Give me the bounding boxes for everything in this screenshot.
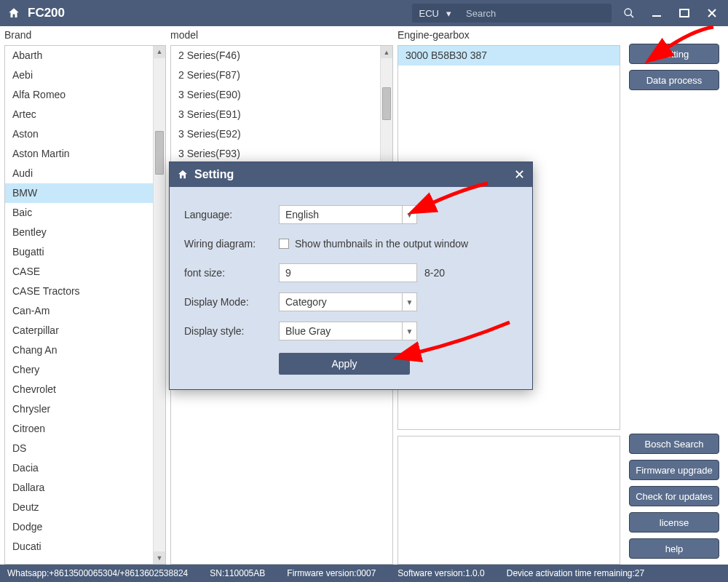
chevron-down-icon: ▾ bbox=[446, 8, 451, 19]
list-item[interactable]: Artec bbox=[5, 105, 165, 124]
apply-button[interactable]: Apply bbox=[279, 353, 410, 375]
status-firmware: Firmware version:0007 bbox=[287, 568, 376, 578]
scroll-up-icon[interactable]: ▲ bbox=[154, 46, 166, 58]
list-item[interactable]: Bentley bbox=[5, 223, 165, 242]
display-mode-label: Display Mode: bbox=[184, 296, 279, 308]
search-category-select[interactable]: ECU ▾ bbox=[412, 4, 459, 23]
language-value: English bbox=[285, 209, 319, 220]
minimize-icon[interactable] bbox=[646, 3, 667, 23]
display-mode-select[interactable]: Category ▼ bbox=[279, 292, 417, 311]
check-for-updates-button[interactable]: Check for updates bbox=[629, 486, 719, 506]
wiring-checkbox[interactable] bbox=[279, 239, 289, 249]
search-bar: ECU ▾ bbox=[412, 4, 612, 23]
bosch-search-button[interactable]: Bosch Search bbox=[629, 434, 719, 454]
list-item[interactable]: Aston Martin bbox=[5, 144, 165, 164]
list-item[interactable]: 3 Series(E92) bbox=[171, 124, 392, 144]
svg-rect-2 bbox=[652, 15, 661, 17]
home-icon bbox=[177, 169, 189, 180]
list-item[interactable]: Can-Am bbox=[5, 301, 165, 321]
list-item[interactable]: Alfa Romeo bbox=[5, 85, 165, 105]
model-detail-box bbox=[170, 367, 393, 565]
dialog-title-bar: Setting ✕ bbox=[170, 162, 532, 187]
brand-listbox[interactable]: AbarthAebiAlfa RomeoArtecAstonAston Mart… bbox=[4, 45, 166, 565]
data-process-button[interactable]: Data process bbox=[629, 70, 719, 90]
list-item[interactable]: Deutz bbox=[5, 498, 165, 517]
svg-point-0 bbox=[625, 9, 631, 15]
search-icon[interactable] bbox=[619, 3, 639, 23]
list-item[interactable]: DS bbox=[5, 439, 165, 458]
list-item[interactable]: 3000 B58B30 387 bbox=[398, 46, 620, 65]
font-size-hint: 8-20 bbox=[424, 267, 445, 279]
font-size-label: font size: bbox=[184, 267, 279, 279]
list-item[interactable]: Audi bbox=[5, 164, 165, 183]
language-select[interactable]: English ▼ bbox=[279, 205, 417, 224]
list-item[interactable]: Dallara bbox=[5, 478, 165, 498]
display-style-select[interactable]: Blue Gray ▼ bbox=[279, 322, 417, 340]
list-item[interactable]: Baic bbox=[5, 203, 165, 223]
search-input[interactable] bbox=[459, 4, 612, 23]
list-item[interactable]: Bugatti bbox=[5, 242, 165, 262]
wiring-checkbox-label: Show thumbnails in the output window bbox=[295, 238, 468, 250]
close-icon[interactable] bbox=[702, 3, 722, 23]
search-category-label: ECU bbox=[419, 8, 439, 19]
list-item[interactable]: Chevrolet bbox=[5, 380, 165, 399]
font-size-input[interactable]: 9 bbox=[279, 263, 417, 282]
title-bar: FC200 ECU ▾ bbox=[0, 0, 728, 26]
chevron-down-icon: ▼ bbox=[402, 293, 416, 311]
scrollbar[interactable]: ▲ ▼ bbox=[153, 46, 165, 564]
list-item[interactable]: Dodge bbox=[5, 517, 165, 537]
list-item[interactable]: Ducati bbox=[5, 537, 165, 557]
list-item[interactable]: Dacia bbox=[5, 458, 165, 478]
list-item[interactable]: BMW bbox=[5, 183, 165, 203]
help-button[interactable]: help bbox=[629, 538, 719, 559]
svg-rect-3 bbox=[680, 9, 689, 17]
list-item[interactable]: Abarth bbox=[5, 46, 165, 65]
scroll-down-icon[interactable]: ▼ bbox=[154, 551, 166, 564]
chevron-down-icon: ▼ bbox=[402, 206, 416, 223]
list-item[interactable]: Aebi bbox=[5, 65, 165, 85]
language-field: Language: English ▼ bbox=[184, 200, 518, 229]
right-panel: SettingData process Bosch SearchFirmware… bbox=[625, 29, 724, 565]
wiring-label: Wiring diagram: bbox=[184, 238, 279, 250]
list-item[interactable]: Caterpillar bbox=[5, 321, 165, 340]
list-item[interactable]: Citroen bbox=[5, 419, 165, 439]
setting-button[interactable]: Setting bbox=[629, 44, 719, 64]
list-item[interactable]: Chrysler bbox=[5, 399, 165, 419]
list-item[interactable]: Chang An bbox=[5, 340, 165, 360]
firmware-upgrade-button[interactable]: Firmware upgrade bbox=[629, 460, 719, 480]
scroll-up-icon[interactable]: ▲ bbox=[381, 46, 393, 58]
font-size-value: 9 bbox=[285, 267, 291, 279]
list-item[interactable]: 3 Series(F93) bbox=[171, 144, 392, 164]
svg-line-1 bbox=[630, 15, 633, 17]
maximize-icon[interactable] bbox=[674, 3, 695, 23]
close-icon[interactable]: ✕ bbox=[514, 167, 525, 183]
list-item[interactable]: CASE Tractors bbox=[5, 282, 165, 301]
status-activation: Device activation time remaining:27 bbox=[507, 568, 644, 578]
display-style-field: Display style: Blue Gray ▼ bbox=[184, 316, 518, 346]
home-icon[interactable] bbox=[7, 7, 20, 20]
list-item[interactable]: Chery bbox=[5, 360, 165, 380]
chevron-down-icon: ▼ bbox=[402, 322, 416, 340]
list-item[interactable]: 2 Series(F46) bbox=[171, 46, 392, 65]
status-sn: SN:110005AB bbox=[210, 568, 265, 578]
list-item[interactable]: Aston bbox=[5, 124, 165, 144]
font-size-field: font size: 9 8-20 bbox=[184, 258, 518, 287]
status-whatsapp: Whatsapp:+8613500065304/+8613602538824 bbox=[7, 568, 188, 578]
app-title: FC200 bbox=[28, 6, 65, 20]
brand-column-label: Brand bbox=[4, 29, 166, 45]
model-column-label: model bbox=[170, 29, 393, 45]
apply-button-label: Apply bbox=[331, 358, 357, 370]
display-style-label: Display style: bbox=[184, 325, 279, 337]
brand-column: Brand AbarthAebiAlfa RomeoArtecAstonAsto… bbox=[4, 29, 166, 565]
dialog-body: Language: English ▼ Wiring diagram: Show… bbox=[170, 187, 532, 389]
list-item[interactable]: CASE bbox=[5, 262, 165, 282]
list-item[interactable]: 2 Series(F87) bbox=[171, 65, 392, 85]
list-item[interactable]: 3 Series(E91) bbox=[171, 105, 392, 124]
license-button[interactable]: license bbox=[629, 512, 719, 533]
dialog-title: Setting bbox=[194, 168, 234, 181]
language-label: Language: bbox=[184, 209, 279, 220]
list-item[interactable]: 3 Series(E90) bbox=[171, 85, 392, 105]
display-style-value: Blue Gray bbox=[285, 325, 331, 337]
display-mode-value: Category bbox=[285, 296, 327, 308]
engine-column-label: Engine-gearbox bbox=[397, 29, 620, 45]
